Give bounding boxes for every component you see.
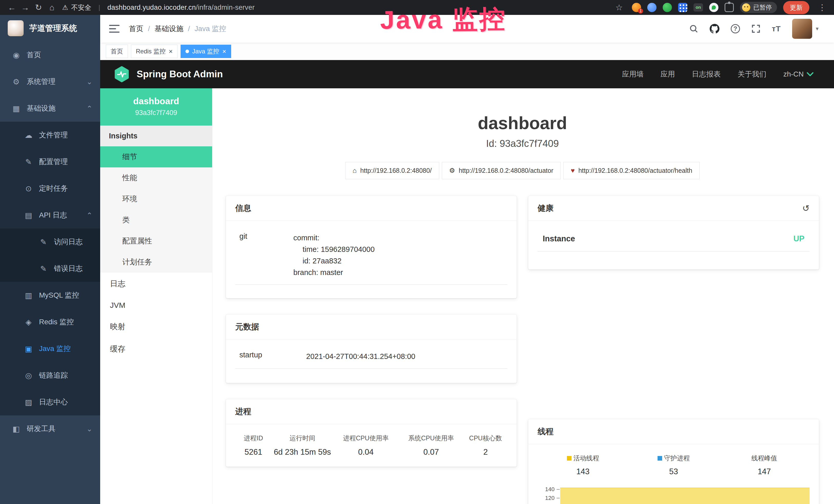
cards-grid: 信息 git commit: time: 1596289704000 id: 2… <box>226 196 819 504</box>
sidebar-item-infrastructure[interactable]: ▦ 基础设施 ⌃ <box>0 95 100 122</box>
address-bar[interactable]: ⚠ 不安全 | dashboard.yudao.iocoder.cn/infra… <box>62 3 255 12</box>
fullscreen-icon[interactable] <box>751 24 761 33</box>
close-icon[interactable]: × <box>222 48 226 55</box>
system-cpu: 0.07 <box>398 448 464 457</box>
profile-paused-badge[interactable]: 已暂停 <box>740 2 777 13</box>
threads-card: 线程 活动线程 <box>528 419 819 504</box>
sidebar-item-error-log[interactable]: ✎ 错误日志 <box>0 255 100 282</box>
app-frame: 芋道管理系统 ◉ 首页 ⚙ 系统管理 ⌄ ▦ 基础设施 ⌃ ☁ <box>0 15 834 504</box>
sba-brand: Spring Boot Admin <box>137 69 223 79</box>
sidebar-item-api-log[interactable]: ▤ API 日志 ⌃ <box>0 202 100 229</box>
process-cpu: 0.04 <box>333 448 398 457</box>
locale-select[interactable]: zh-CN <box>784 70 813 78</box>
extension-fox-icon[interactable]: 1 <box>632 3 641 12</box>
sidebar-item-system[interactable]: ⚙ 系统管理 ⌄ <box>0 68 100 95</box>
sba-item-logs[interactable]: 日志 <box>100 273 212 295</box>
font-size-icon[interactable]: тT <box>772 24 781 33</box>
sba-nav-journal[interactable]: 日志报表 <box>692 69 721 79</box>
sidebar-item-trace[interactable]: ◎ 链路追踪 <box>0 362 100 389</box>
back-icon[interactable]: ← <box>5 0 19 15</box>
tab-home[interactable]: 首页 <box>106 45 128 58</box>
sba-body: dashboard 93a3fc7f7409 Insights 细节 性能 环境… <box>100 88 834 504</box>
url-text[interactable]: dashboard.yudao.iocoder.cn/infra/admin-s… <box>107 4 255 12</box>
github-icon[interactable] <box>710 24 720 33</box>
help-icon[interactable]: ? <box>731 24 740 33</box>
sidebar-item-files[interactable]: ☁ 文件管理 <box>0 122 100 148</box>
instance-name: dashboard <box>103 96 210 106</box>
column-header: CPU核心数 <box>464 434 507 448</box>
sidebar-item-mysql[interactable]: ▥ MySQL 监控 <box>0 282 100 308</box>
breadcrumb-home[interactable]: 首页 <box>129 24 143 33</box>
process-table: 进程ID 运行时间 进程CPU使用率 系统CPU使用率 CPU核心数 5261 … <box>235 434 507 457</box>
sba-item-details[interactable]: 细节 <box>100 146 212 167</box>
bookmark-star-icon[interactable]: ☆ <box>612 0 626 15</box>
instance-url-link[interactable]: ⌂ http://192.168.0.2:48080/ <box>345 162 439 179</box>
sidebar-item-java-monitor[interactable]: ▣ Java 监控 <box>0 335 100 362</box>
document-icon: ✎ <box>39 264 48 273</box>
sidebar-item-config[interactable]: ✎ 配置管理 <box>0 148 100 175</box>
sidebar-item-home[interactable]: ◉ 首页 <box>0 42 100 68</box>
sidebar-item-log-center[interactable]: ▨ 日志中心 <box>0 389 100 415</box>
instance-header[interactable]: dashboard 93a3fc7f7409 <box>100 88 212 125</box>
user-menu[interactable]: ▾ <box>792 19 818 39</box>
extension-on-badge[interactable]: on <box>694 3 703 12</box>
sidebar-item-access-log[interactable]: ✎ 访问日志 <box>0 229 100 255</box>
reload-icon[interactable]: ↻ <box>32 0 45 15</box>
sidebar-item-devtools[interactable]: ◧ 研发工具 ⌄ <box>0 415 100 442</box>
tab-java-monitor[interactable]: Java 监控 × <box>180 45 231 58</box>
health-card-title: 健康 <box>537 203 553 214</box>
extension-drop-icon[interactable] <box>647 3 657 12</box>
chevron-up-icon: ⌃ <box>87 211 92 220</box>
history-icon[interactable]: ↺ <box>803 203 810 213</box>
sba-item-classes[interactable]: 类 <box>100 209 212 231</box>
chart-plot-area <box>560 485 810 504</box>
process-pid: 5261 <box>235 448 271 457</box>
extension-leaf-icon[interactable] <box>709 3 719 12</box>
threads-card-title: 线程 <box>537 426 553 437</box>
edit-icon: ✎ <box>24 157 34 166</box>
close-icon[interactable]: × <box>169 48 173 55</box>
sba-item-jvm[interactable]: JVM <box>100 295 212 316</box>
url-path: /infra/admin-server <box>196 4 255 11</box>
health-url-link[interactable]: ♥ http://192.168.0.2:48080/actuator/heal… <box>563 162 700 179</box>
instance-links: ⌂ http://192.168.0.2:48080/ ⚙ http://192… <box>226 162 819 179</box>
actuator-url-link[interactable]: ⚙ http://192.168.0.2:48080/actuator <box>442 162 561 179</box>
sba-item-metrics[interactable]: 性能 <box>100 167 212 188</box>
page-title: dashboard <box>226 113 819 133</box>
sba-item-mappings[interactable]: 映射 <box>100 316 212 338</box>
sba-item-scheduled-tasks[interactable]: 计划任务 <box>100 252 212 273</box>
hamburger-icon[interactable] <box>109 24 120 33</box>
sidebar-item-redis[interactable]: ◈ Redis 监控 <box>0 308 100 335</box>
sba-sidebar: dashboard 93a3fc7f7409 Insights 细节 性能 环境… <box>100 88 213 504</box>
extension-green-icon[interactable] <box>663 3 672 12</box>
metadata-card-title: 元数据 <box>235 321 259 332</box>
forward-icon[interactable]: → <box>19 0 32 15</box>
health-instance-row[interactable]: Instance UP <box>537 231 810 251</box>
sba-item-caches[interactable]: 缓存 <box>100 338 212 360</box>
extension-grid-icon[interactable] <box>678 3 687 12</box>
instance-id: 93a3fc7f7409 <box>103 109 210 117</box>
chrome-update-button[interactable]: 更新 <box>783 1 809 14</box>
sba-nav-wall[interactable]: 应用墙 <box>622 69 644 79</box>
sba-item-config-props[interactable]: 配置属性 <box>100 231 212 252</box>
info-card: 信息 git commit: time: 1596289704000 id: 2… <box>226 196 517 298</box>
tab-redis-monitor[interactable]: Redis 监控 × <box>131 45 177 58</box>
wrench-icon: ⚙ <box>449 167 455 175</box>
app-logo <box>8 20 24 36</box>
extensions-puzzle-icon[interactable] <box>725 3 734 12</box>
home-icon[interactable]: ⌂ <box>45 0 59 15</box>
app-logo-row[interactable]: 芋道管理系统 <box>0 15 100 42</box>
breadcrumb-infrastructure[interactable]: 基础设施 <box>155 24 183 33</box>
sba-item-environment[interactable]: 环境 <box>100 188 212 209</box>
peak-threads-value: 147 <box>719 467 810 476</box>
dashboard-icon: ◉ <box>11 51 21 60</box>
search-icon[interactable] <box>689 24 698 33</box>
sba-nav-about[interactable]: 关于我们 <box>738 69 766 79</box>
browser-menu-icon[interactable]: ⋮ <box>815 0 829 15</box>
chevron-down-icon: ⌄ <box>87 77 92 86</box>
sba-nav-applications[interactable]: 应用 <box>661 69 675 79</box>
sba-header: Spring Boot Admin 应用墙 应用 日志报表 关于我们 zh-CN <box>100 60 834 88</box>
address-divider: | <box>98 4 100 12</box>
navbar-actions: ? тT ▾ <box>689 19 818 39</box>
sidebar-item-cron[interactable]: ⊙ 定时任务 <box>0 175 100 202</box>
